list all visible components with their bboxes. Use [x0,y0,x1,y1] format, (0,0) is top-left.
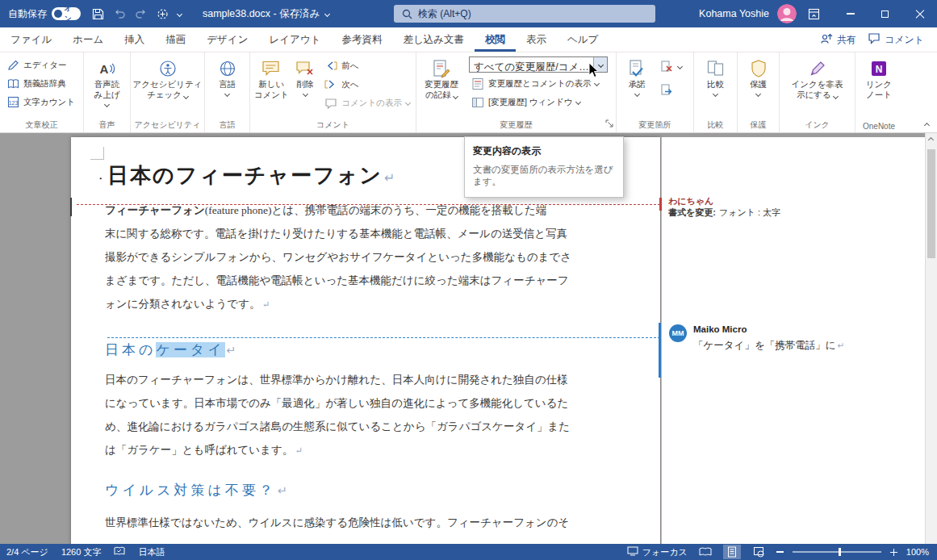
protect-shield-icon [750,57,768,79]
zoom-slider[interactable] [793,551,881,553]
reviewing-pane-icon [471,96,485,109]
web-layout-button[interactable] [750,545,768,559]
editor-label: エディター [23,60,66,71]
tab-review[interactable]: 校閲 [475,27,516,52]
revision-balloon[interactable]: わにちゃん 書式を変更:フォント : 太字 [668,195,780,218]
tab-references[interactable]: 参考資料 [331,27,392,52]
maximize-button[interactable] [868,0,902,27]
tab-design[interactable]: デザイン [196,27,258,52]
qat-customize-chevron-icon[interactable] [177,10,182,16]
save-icon[interactable] [92,8,104,20]
thesaurus-button[interactable]: 類義語辞典 [2,74,79,93]
bold-run: フィーチャーフォン [105,204,205,216]
tab-draw[interactable]: 描画 [155,27,196,52]
document-title[interactable]: sample38.docx - 保存済み [203,7,329,21]
user-avatar[interactable] [777,4,797,23]
tab-file[interactable]: ファイル [0,27,62,52]
revision-detail: フォント : 太字 [719,207,780,217]
undo-icon[interactable] [113,8,126,19]
show-markup-chevron-icon [594,81,600,86]
ribbon-display-options-icon[interactable] [808,8,820,20]
accessibility-check-button[interactable]: アクセシビリティ チェック [132,55,203,100]
text-line: ォンに分類されないようです。↵ [105,292,570,316]
scrollbar-thumb[interactable] [927,149,935,258]
redo-icon[interactable] [135,8,148,19]
read-aloud-button[interactable]: A 音声読 み上げ [86,55,128,107]
page[interactable]: ・ 日本のフィーチャーフォン ↵ フィーチャーフォン(feature phone… [71,137,660,544]
svg-text:A: A [99,62,108,76]
group-comments: 新しい コメント 削除 前へ 次へ コメントの表示 コメント [250,52,416,132]
page-indicator[interactable]: 2/4 ページ [0,546,55,558]
zoom-in-icon[interactable] [890,549,897,556]
group-protect: 保護 保護 [738,52,780,132]
comment-anchor-bar [659,323,661,378]
print-layout-button[interactable] [723,545,741,559]
accept-icon [627,57,646,79]
vertical-scrollbar[interactable] [925,133,937,544]
hide-ink-label-2: 示にする [797,90,831,100]
comments-button[interactable]: コメント [868,32,924,47]
protect-button[interactable]: 保護 [740,55,777,96]
editor-icon [6,59,20,71]
group-accessibility: アクセシビリティ チェック アクセシビリティ [131,52,205,132]
read-mode-button[interactable] [696,545,714,559]
next-comment-label: 次へ [341,79,358,90]
search-box[interactable]: 検索 (Alt+Q) [394,5,655,23]
next-comment-button[interactable]: 次へ [320,75,414,94]
statusbar-right: フォーカス 100% [627,545,937,559]
zoom-level[interactable]: 100% [906,547,929,557]
ribbon: エディター 類義語辞典 123 文字カウント 文章校正 A 音声読 み上げ 音声… [0,52,937,133]
group-language: 言語 言語 [205,52,250,132]
tab-layout[interactable]: レイアウト [258,27,331,52]
language-button[interactable]: 言語 [207,55,248,96]
new-comment-button[interactable]: 新しい コメント [252,55,291,100]
page-indicator-label: 2/4 ページ [6,546,48,558]
reject-button[interactable] [655,57,686,76]
delete-comment-button[interactable]: 削除 [291,55,320,96]
previous-comment-button[interactable]: 前へ [320,56,414,75]
tab-mailings[interactable]: 差し込み文書 [392,27,475,52]
proofing-book-icon [114,546,125,558]
zoom-out-icon[interactable] [776,551,784,553]
linked-notes-button[interactable]: N リンク ノート [858,55,900,100]
word-count-button[interactable]: 123 文字カウント [2,93,79,111]
focus-mode-button[interactable]: フォーカス [627,546,688,558]
minimize-button[interactable] [833,0,868,27]
touch-mouse-mode-icon[interactable] [157,8,169,20]
tab-help[interactable]: ヘルプ [557,27,609,52]
search-icon [402,9,412,19]
hide-ink-button[interactable]: インクを非表 示にする [782,55,853,100]
word-count-indicator[interactable]: 1260 文字 [55,546,108,558]
group-compare: 比較 比較 [694,52,738,132]
compare-button[interactable]: 比較 [696,55,735,96]
autosave-toggle[interactable]: 自動保存 オン [8,7,81,21]
changed-line-bar [70,198,72,216]
close-button[interactable] [902,0,937,27]
tab-view[interactable]: 表示 [516,27,557,52]
show-markup-button[interactable]: 変更履歴とコメントの表示 [466,74,608,93]
tooltip-title: 変更内容の表示 [473,144,615,158]
accept-button[interactable]: 承諾 [618,55,655,96]
next-change-button[interactable] [655,81,686,99]
editor-button[interactable]: エディター [2,56,79,74]
group-label-protect: 保護 [738,119,779,131]
show-comments-button[interactable]: コメントの表示 [320,94,414,112]
zoom-slider-thumb[interactable] [839,548,841,556]
comment-card[interactable]: MM Maiko Micro 「ケータイ」を「携帯電話」に↵ [669,324,844,353]
collapse-ribbon-icon[interactable] [924,123,930,128]
share-button[interactable]: 共有 [820,32,856,47]
reviewing-pane-button[interactable]: [変更履歴] ウィンドウ [466,93,608,111]
track-changes-button[interactable]: 変更履歴 の記録 [418,55,465,100]
comment-connector-line [107,337,660,338]
display-for-review-combo[interactable]: すべての変更履歴/コメ… [469,56,608,73]
tab-insert[interactable]: 挿入 [114,27,155,52]
linked-notes-label-2: ノート [866,90,892,100]
proofing-status[interactable] [107,546,132,558]
tab-home[interactable]: ホーム [62,27,114,52]
focus-label: フォーカス [642,546,688,558]
language-indicator[interactable]: 日本語 [132,546,171,558]
tooltip: 変更内容の表示 文書の変更箇所の表示方法を選び ます。 [464,136,624,198]
onenote-icon: N [870,57,888,79]
autosave-switch[interactable]: オン [52,7,81,20]
scroll-up-icon[interactable] [928,137,934,143]
